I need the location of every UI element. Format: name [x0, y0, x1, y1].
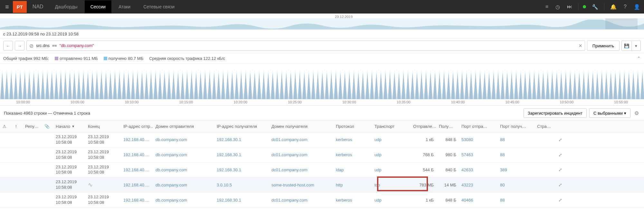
- cell-proto[interactable]: kerberos: [333, 149, 372, 160]
- col-srcip[interactable]: IP-адрес отпр…: [121, 121, 153, 132]
- cell-proto[interactable]: http: [333, 179, 372, 191]
- cell-expand[interactable]: ⤢: [554, 149, 567, 161]
- col-excl[interactable]: !: [13, 121, 23, 132]
- cell-dstip[interactable]: 3.0.10.5: [214, 179, 269, 191]
- cell-dstip[interactable]: 192.168.30.1: [214, 134, 269, 145]
- expand-icon[interactable]: ⤢: [558, 137, 562, 142]
- register-incident-button[interactable]: Зарегистрировать инцидент: [524, 108, 587, 118]
- col-dstip[interactable]: IP-адрес получателя: [214, 121, 269, 132]
- cell-srcdom[interactable]: db.company.com: [153, 179, 214, 191]
- cell-srcip[interactable]: 192.168.40.…: [121, 194, 153, 206]
- expand-icon[interactable]: ⤢: [558, 167, 562, 172]
- col-country[interactable]: Стра…: [535, 121, 554, 132]
- col-warn[interactable]: ⚠: [0, 121, 13, 132]
- expand-icon[interactable]: ⤢: [558, 182, 562, 187]
- cell-dstdom[interactable]: dc01.company.com: [269, 194, 333, 206]
- col-trans[interactable]: Транспорт: [372, 121, 411, 132]
- table-row[interactable]: 23.12.201910:58:08 23.12.201910:58:08 19…: [0, 132, 644, 147]
- expand-icon[interactable]: ⤢: [558, 197, 562, 203]
- cell-dstip[interactable]: 192.168.30.1: [214, 194, 269, 206]
- cell-sport[interactable]: 57463: [459, 149, 497, 160]
- bell-icon[interactable]: 🔔: [609, 3, 618, 11]
- clear-filter-button[interactable]: ×: [579, 43, 582, 49]
- col-reputation[interactable]: Репу…: [23, 121, 42, 132]
- cell-trans[interactable]: tcp: [372, 179, 411, 191]
- table-row[interactable]: 23.12.201910:58:08 23.12.201910:58:08 19…: [0, 147, 644, 163]
- cell-proto[interactable]: ldap: [333, 164, 372, 175]
- nav-connections[interactable]: Сетевые связи: [137, 0, 180, 13]
- cell-srcip[interactable]: 192.168.40.…: [121, 149, 153, 160]
- filter-input[interactable]: ⊘ src.dns == "db.company.com" ×: [26, 41, 585, 51]
- col-dstdom[interactable]: Домен получателя: [269, 121, 333, 132]
- cell-dstdom[interactable]: dc01.company.com: [269, 164, 333, 175]
- col-sport[interactable]: Порт отпра…: [459, 121, 497, 132]
- gear-icon[interactable]: ⚙: [633, 109, 640, 118]
- cell-proto[interactable]: kerberos: [333, 194, 372, 206]
- list-icon[interactable]: ≡: [544, 3, 550, 11]
- col-end[interactable]: Конец: [85, 121, 121, 132]
- cell-srcdom[interactable]: db.company.com: [153, 194, 214, 206]
- col-proto[interactable]: Протокол: [333, 121, 372, 132]
- nav-back-button[interactable]: ←: [3, 41, 13, 51]
- logo[interactable]: PT: [13, 1, 27, 13]
- col-sent[interactable]: Отправле…: [411, 121, 436, 132]
- cell-srcdom[interactable]: db.company.com: [153, 164, 214, 175]
- cell-dstip[interactable]: 192.168.30.1: [214, 149, 269, 160]
- cell-dstdom[interactable]: dc01.company.com: [269, 149, 333, 160]
- col-dport[interactable]: Порт получ…: [497, 121, 535, 132]
- nav-sessions[interactable]: Сессии: [85, 0, 112, 13]
- results-bar: Показано 4963 строки — Отмечена 1 строка…: [0, 106, 644, 121]
- nav-forward-button[interactable]: →: [15, 41, 24, 51]
- traffic-chart[interactable]: 10:00:0010:05:00 10:10:0010:15:00 10:20:…: [0, 64, 644, 106]
- table-row[interactable]: 23.12.201910:58:08 ∿ 192.168.40.… db.com…: [0, 177, 644, 193]
- cell-expand[interactable]: ⤢: [554, 194, 567, 206]
- cell-dport[interactable]: 88: [497, 194, 535, 206]
- cell-srcip[interactable]: 192.168.40.…: [121, 179, 153, 191]
- cell-trans[interactable]: udp: [372, 164, 411, 175]
- cell-dport[interactable]: 389: [497, 164, 535, 175]
- col-attach[interactable]: 📎: [42, 121, 53, 132]
- cell-srcdom[interactable]: db.company.com: [153, 134, 214, 145]
- cell-sport[interactable]: 42633: [459, 164, 497, 175]
- save-filter-button[interactable]: 💾: [621, 41, 632, 51]
- cell-trans[interactable]: udp: [372, 149, 411, 160]
- apply-button[interactable]: Применить: [587, 41, 620, 51]
- nav-attacks[interactable]: Атаки: [113, 0, 136, 13]
- timeline-selection[interactable]: [605, 18, 638, 29]
- cell-dstdom[interactable]: dc01.company.com: [269, 134, 333, 145]
- collapse-chart-button[interactable]: ⌃: [637, 56, 641, 61]
- col-start[interactable]: Начало▼: [53, 121, 85, 132]
- cell-trans[interactable]: udp: [372, 194, 411, 206]
- cell-proto[interactable]: kerberos: [333, 134, 372, 145]
- table-row[interactable]: 23.12.201910:58:08 23.12.201910:58:08 19…: [0, 193, 644, 208]
- col-srcdom[interactable]: Домен отправителя: [153, 121, 214, 132]
- table-row[interactable]: 23.12.201910:58:08 23.12.201910:58:08 19…: [0, 163, 644, 178]
- cell-srcip[interactable]: 192.168.40.…: [121, 134, 153, 145]
- cell-srcip[interactable]: 192.168.40.…: [121, 164, 153, 175]
- cell-dport[interactable]: 88: [497, 134, 535, 145]
- timeline-mini[interactable]: 23.12.2019: [0, 14, 644, 30]
- nav-dashboards[interactable]: Дашборды: [49, 0, 83, 13]
- cell-expand[interactable]: ⤢: [554, 179, 567, 191]
- skip-icon[interactable]: ⏭: [566, 3, 573, 11]
- cell-sport[interactable]: 53080: [459, 134, 497, 145]
- clock-icon[interactable]: ◷: [554, 3, 561, 11]
- user-icon[interactable]: 👤: [632, 3, 641, 11]
- save-dropdown-button[interactable]: ▾: [632, 41, 641, 51]
- expand-icon[interactable]: ⤢: [558, 152, 562, 157]
- cell-expand[interactable]: ⤢: [554, 134, 567, 146]
- col-recv[interactable]: Полу…: [436, 121, 459, 132]
- cell-trans[interactable]: udp: [372, 134, 411, 145]
- cell-sport[interactable]: 40466: [459, 194, 497, 206]
- help-icon[interactable]: ?: [622, 3, 628, 11]
- cell-dstip[interactable]: 192.168.30.1: [214, 164, 269, 175]
- cell-dport[interactable]: 88: [497, 149, 535, 160]
- cell-dport[interactable]: 80: [497, 179, 535, 191]
- cell-srcdom[interactable]: db.company.com: [153, 149, 214, 160]
- wrench-icon[interactable]: 🔧: [591, 3, 600, 11]
- menu-icon[interactable]: ≡: [3, 1, 12, 13]
- cell-expand[interactable]: ⤢: [554, 164, 567, 175]
- cell-sport[interactable]: 43223: [459, 179, 497, 191]
- with-selected-button[interactable]: С выбранными ▾: [589, 108, 630, 118]
- cell-dstdom[interactable]: some-trusted-host.com: [269, 179, 333, 191]
